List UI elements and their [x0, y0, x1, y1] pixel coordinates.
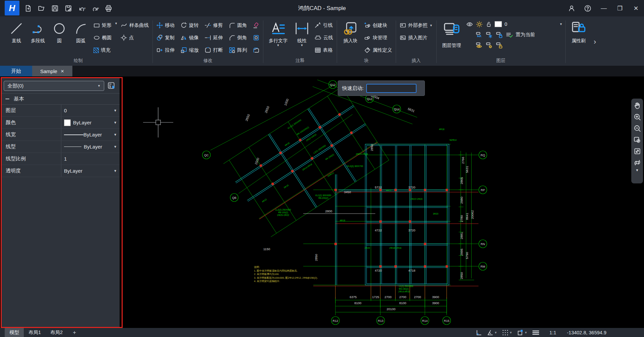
save-as-button[interactable]: [62, 2, 75, 15]
grid-toggle[interactable]: ▼: [502, 329, 512, 336]
spline-button[interactable]: 样条曲线: [120, 19, 150, 32]
prop-row-layer[interactable]: 图层 0▼: [2, 105, 120, 117]
sheet-tab-model[interactable]: 模型: [5, 328, 24, 337]
point-button[interactable]: 点: [120, 32, 150, 44]
close-button[interactable]: ✕: [628, 1, 644, 16]
zoom-extents-button[interactable]: [632, 146, 642, 157]
chamfer-button[interactable]: 倒角: [228, 32, 248, 44]
scale-button[interactable]: 缩放: [180, 44, 200, 56]
polar-toggle[interactable]: ▼: [487, 329, 497, 336]
tab-home[interactable]: 开始: [0, 66, 32, 76]
layer-manager-icon[interactable]: [443, 19, 460, 40]
rotate-button[interactable]: 旋转: [180, 19, 200, 32]
stretch-button[interactable]: 拉伸: [155, 44, 176, 56]
offset-button[interactable]: [252, 32, 260, 44]
arc-button[interactable]: 圆弧: [71, 18, 90, 44]
break-button[interactable]: 打断: [204, 44, 224, 56]
revision-cloud-button[interactable]: 云线: [314, 32, 334, 44]
layer-freeze-icon[interactable]: [486, 31, 493, 38]
explode-button[interactable]: [252, 44, 260, 56]
layer-color-swatch[interactable]: [495, 21, 502, 27]
linear-dropdown-icon[interactable]: ▼: [300, 44, 303, 47]
layer-dropdown-icon[interactable]: ▼: [560, 22, 563, 26]
match-properties-button[interactable]: 属性刷: [568, 18, 589, 44]
layer-on-icon[interactable]: [475, 42, 483, 49]
ellipse-button[interactable]: 椭圆: [92, 32, 113, 44]
layer-unlock-icon[interactable]: [486, 21, 492, 27]
prop-row-transparency[interactable]: 透明度 ByLayer▼: [2, 165, 120, 177]
minimize-button[interactable]: —: [596, 1, 612, 16]
ribbon-expand-button[interactable]: ›: [591, 38, 599, 46]
layer-thaw-sun-icon[interactable]: [476, 21, 483, 28]
rect-flyout-arrow[interactable]: ▼: [115, 22, 118, 25]
status-menu-button[interactable]: [532, 329, 539, 336]
open-file-button[interactable]: [35, 2, 48, 15]
circle-button[interactable]: 圆: [50, 18, 69, 44]
print-button[interactable]: [102, 2, 115, 15]
maximize-button[interactable]: ❐: [612, 1, 628, 16]
dropdown-arrow-icon[interactable]: ▼: [114, 169, 117, 173]
layer-unlock2-icon[interactable]: [496, 42, 503, 49]
array-button[interactable]: 阵列: [228, 44, 248, 56]
osnap-toggle[interactable]: ▼: [517, 329, 527, 336]
prop-row-lineweight[interactable]: 线宽 ByLayer▼: [2, 129, 120, 141]
extend-button[interactable]: 延伸: [204, 32, 224, 44]
zoom-window-button[interactable]: [632, 134, 642, 146]
set-current-label[interactable]: 置为当前: [516, 32, 535, 38]
help-button[interactable]: [580, 1, 596, 16]
scale-indicator[interactable]: 1:1: [550, 330, 556, 335]
leader-button[interactable]: 引线: [314, 19, 334, 32]
mtext-dropdown-icon[interactable]: ▼: [276, 44, 279, 47]
add-layout-button[interactable]: +: [67, 329, 81, 336]
undo-dropdown-icon[interactable]: ▾: [84, 6, 85, 10]
redo-dropdown-icon[interactable]: ▾: [97, 6, 99, 10]
layer-thaw-icon[interactable]: [486, 42, 493, 49]
fillet-button[interactable]: 圆角: [228, 19, 248, 32]
zoom-out-button[interactable]: [632, 123, 642, 134]
create-block-button[interactable]: 创建块: [363, 19, 393, 32]
prop-row-linetype-scale[interactable]: 线型比例 1: [2, 153, 120, 165]
prop-row-linetype[interactable]: 线型 ByLayer▼: [2, 141, 120, 153]
dropdown-arrow-icon[interactable]: ▼: [114, 133, 117, 136]
grid-dropdown-icon[interactable]: ▼: [509, 331, 512, 334]
save-button[interactable]: [48, 2, 62, 15]
undo-button[interactable]: ▾: [75, 2, 88, 15]
dropdown-arrow-icon[interactable]: ▼: [114, 109, 117, 112]
layer-off-icon[interactable]: [475, 31, 483, 38]
xref-dropdown-icon[interactable]: ▼: [430, 24, 433, 27]
section-basic[interactable]: 基本: [2, 93, 120, 105]
line-button[interactable]: 直线: [7, 18, 26, 44]
copy-button[interactable]: 复制: [155, 32, 176, 44]
xref-button[interactable]: 外部参照 ▼: [399, 19, 434, 32]
polar-dropdown-icon[interactable]: ▼: [494, 331, 497, 334]
move-button[interactable]: 移动: [155, 19, 176, 32]
selection-filter-dropdown[interactable]: 全部(0) ▼: [4, 81, 104, 91]
mtext-button[interactable]: 多行文字 ▼: [266, 18, 290, 47]
polyline-button[interactable]: 多段线: [28, 18, 48, 44]
hatch-button[interactable]: 填充: [92, 44, 113, 56]
nav-more-icon[interactable]: ▼: [636, 168, 639, 173]
orbit-button[interactable]: [632, 157, 642, 168]
layer-lock-icon[interactable]: [496, 31, 503, 38]
redo-button[interactable]: ▾: [88, 2, 102, 15]
mirror-button[interactable]: 镜像: [180, 32, 200, 44]
sheet-tab-layout1[interactable]: 布局1: [24, 328, 46, 337]
app-logo[interactable]: H: [5, 1, 19, 15]
layer-visible-icon[interactable]: [466, 21, 473, 28]
insert-block-button[interactable]: 插入块: [340, 18, 361, 44]
sheet-tab-layout2[interactable]: 布局2: [46, 328, 67, 337]
block-manager-button[interactable]: 块管理: [363, 32, 393, 44]
tab-sample[interactable]: Sample ✕: [32, 66, 72, 76]
attribute-define-button[interactable]: 属性定义: [363, 44, 393, 56]
zoom-in-button[interactable]: [632, 111, 642, 123]
osnap-dropdown-icon[interactable]: ▼: [524, 331, 527, 334]
new-file-button[interactable]: [21, 2, 35, 15]
ortho-toggle[interactable]: [475, 329, 482, 336]
rectangle-button[interactable]: 矩形: [92, 19, 113, 32]
trim-button[interactable]: 修剪: [204, 19, 224, 32]
table-button[interactable]: 表格: [314, 44, 334, 56]
quick-launch-input[interactable]: [366, 84, 416, 93]
account-button[interactable]: [564, 1, 580, 16]
set-current-layer-icon[interactable]: [506, 31, 513, 38]
erase-button[interactable]: [252, 19, 260, 32]
